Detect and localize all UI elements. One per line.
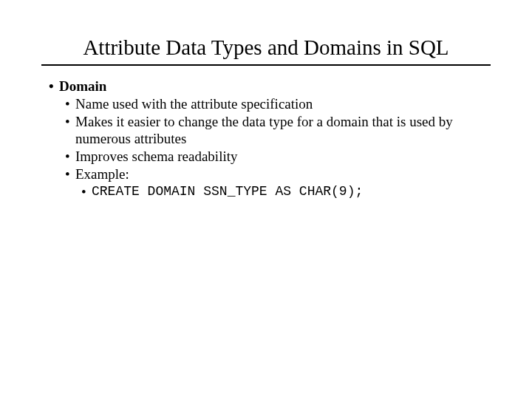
bullet-icon: • bbox=[49, 78, 59, 95]
bullet-icon: • bbox=[81, 183, 92, 201]
bullet-text: Domain bbox=[59, 78, 106, 95]
bullet-level2: • Name used with the attribute specifica… bbox=[49, 95, 491, 113]
bullet-text: Example: bbox=[75, 166, 129, 183]
bullet-level2: • Makes it easier to change the data typ… bbox=[49, 113, 491, 149]
bullet-icon: • bbox=[65, 148, 75, 166]
bullet-level1: • Domain bbox=[49, 78, 491, 95]
slide-title: Attribute Data Types and Domains in SQL bbox=[41, 35, 491, 60]
bullet-text: Name used with the attribute specificati… bbox=[75, 95, 313, 113]
bullet-icon: • bbox=[65, 95, 75, 113]
bullet-icon: • bbox=[65, 113, 75, 149]
bullet-level2: • Improves schema readability bbox=[49, 148, 491, 166]
bullet-text: Makes it easier to change the data type … bbox=[75, 113, 491, 149]
bullet-level2: • Example: bbox=[49, 166, 491, 183]
slide-body: • Domain • Name used with the attribute … bbox=[41, 78, 491, 200]
code-example: CREATE DOMAIN SSN_TYPE AS CHAR(9); bbox=[92, 183, 363, 201]
bullet-level3: • CREATE DOMAIN SSN_TYPE AS CHAR(9); bbox=[49, 183, 491, 201]
bullet-icon: • bbox=[65, 166, 75, 183]
title-underline bbox=[41, 64, 491, 66]
bullet-text: Improves schema readability bbox=[75, 148, 237, 166]
